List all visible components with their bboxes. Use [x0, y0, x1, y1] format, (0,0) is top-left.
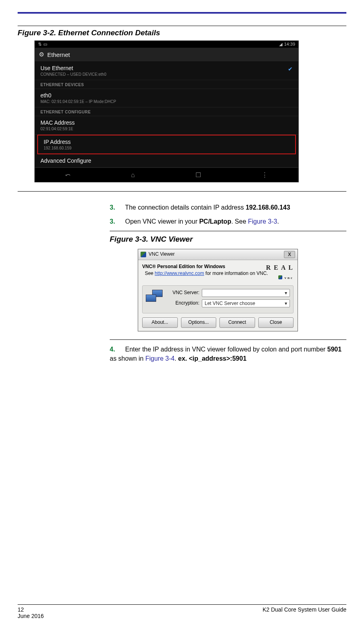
- vnc-titlebar: VNC Viewer X: [138, 249, 298, 260]
- figure-3-3-link[interactable]: Figure 3-3: [248, 218, 277, 225]
- page-number: 12: [18, 606, 44, 613]
- step-4-b1: 5901: [327, 346, 342, 353]
- vnc-viewer-window: VNC Viewer X VNC® Personal Edition for W…: [138, 249, 298, 331]
- page-footer: 12 June 2016 K2 Dual Core System User Gu…: [18, 604, 346, 619]
- step-4: 4. Enter the IP address in VNC viewer fo…: [110, 345, 346, 363]
- figure-3-3-rule-bottom: [110, 339, 346, 340]
- encryption-label: Encryption:: [167, 300, 199, 307]
- figure-3-3-rule-top: [110, 231, 346, 231]
- use-ethernet-row[interactable]: Use Ethernet CONNECTED – USED DEVICE:eth…: [35, 62, 298, 80]
- android-status-bar: ⇅▭ ◢14:39: [35, 41, 298, 48]
- vnc-window-title: VNC Viewer: [149, 251, 175, 258]
- status-left-icons: ⇅▭: [38, 42, 49, 47]
- step-3a: 3. The connection details contain IP add…: [110, 203, 346, 212]
- ip-title: IP Address: [44, 139, 290, 145]
- step-4-t1: Enter the IP address in VNC viewer follo…: [125, 346, 327, 353]
- step-3a-num: 3.: [110, 203, 123, 212]
- step-3b: 3. Open VNC viewer in your PC/Laptop. Se…: [110, 217, 346, 226]
- advanced-row[interactable]: Advanced Configure: [35, 154, 298, 168]
- monitors-icon: [146, 289, 163, 303]
- footer-guide-title: K2 Dual Core System User Guide: [263, 606, 346, 619]
- vnc-server-label: VNC Server:: [167, 289, 199, 296]
- nav-menu-icon[interactable]: ⋮: [261, 171, 268, 179]
- sim-icon: ▭: [43, 42, 47, 46]
- close-button-bottom[interactable]: Close: [258, 317, 294, 328]
- step-3b-bold: PC/Laptop: [199, 218, 231, 225]
- advanced-title: Advanced Configure: [40, 158, 293, 164]
- step-3a-ip: 192.168.60.143: [245, 204, 290, 211]
- vnc-server-input[interactable]: ▾: [202, 289, 290, 297]
- encryption-row: Encryption: Let VNC Server choose▾: [167, 299, 290, 307]
- android-navbar: ⤺ ⌂ ☐ ⋮: [35, 168, 298, 182]
- figure-3-2-caption: Figure 3-2. Ethernet Connection Details: [18, 28, 346, 37]
- figure-rule-bottom: [18, 191, 346, 192]
- footer-rule: [18, 604, 346, 605]
- options-button[interactable]: Options...: [181, 317, 217, 328]
- real-sub: vnc: [285, 276, 294, 280]
- ip-row[interactable]: IP Address 192.168.60.159: [37, 135, 296, 154]
- eth0-title: eth0: [40, 92, 293, 99]
- use-ethernet-title: Use Ethernet: [40, 65, 293, 71]
- eth0-row[interactable]: eth0 MAC: 02:91:04:02:59:1E – IP Mode:DH…: [35, 89, 298, 107]
- ethernet-screenshot: ⇅▭ ◢14:39 ⚙ Ethernet Use Ethernet CONNEC…: [34, 40, 299, 182]
- encryption-value: Let VNC Server choose: [205, 300, 255, 307]
- step-3a-text: The connection details contain IP addres…: [125, 204, 245, 211]
- step-3b-prefix: Open VNC viewer in your: [125, 218, 199, 225]
- chevron-down-icon: ▾: [285, 300, 287, 307]
- mac-title: MAC Address: [40, 119, 293, 126]
- figure-rule-top: [18, 26, 346, 26]
- vnc-pe-see: See: [145, 271, 155, 276]
- status-right-icons: ◢14:39: [278, 42, 295, 47]
- step-3b-suffix: .: [277, 218, 279, 225]
- about-button[interactable]: About...: [142, 317, 178, 328]
- figure-3-4-link[interactable]: Figure 3-4: [145, 355, 175, 362]
- vnc-logo-icon: [141, 252, 146, 257]
- top-rule: [18, 12, 346, 14]
- mac-sub: 02:91:04:02:59:1E: [40, 127, 293, 131]
- close-button[interactable]: X: [284, 251, 295, 258]
- vnc-pe-tail: for more information on VNC.: [204, 271, 268, 276]
- step-3b-num: 3.: [110, 217, 123, 226]
- eth0-sub: MAC: 02:91:04:02:59:1E – IP Mode:DHCP: [40, 99, 293, 104]
- gear-icon: ⚙: [39, 51, 44, 58]
- nav-home-icon[interactable]: ⌂: [131, 172, 135, 179]
- ethernet-header-title: Ethernet: [47, 51, 70, 58]
- step-4-num: 4.: [110, 345, 123, 354]
- ip-sub: 192.168.60.159: [44, 146, 290, 150]
- footer-date: June 2016: [18, 613, 44, 619]
- nav-recent-icon[interactable]: ☐: [195, 171, 201, 179]
- section-devices: ETHERNET DEVICES: [35, 80, 298, 89]
- step-4-t2: as shown in: [110, 355, 145, 362]
- step-3b-mid: . See: [231, 218, 248, 225]
- wifi-icon: ⇅: [38, 42, 42, 46]
- encryption-select[interactable]: Let VNC Server choose▾: [202, 299, 290, 307]
- mac-row[interactable]: MAC Address 02:91:04:02:59:1E: [35, 116, 298, 135]
- vnc-fields-panel: VNC Server: ▾ Encryption: Let VNC Server…: [142, 285, 294, 313]
- step-4-t3: .: [175, 355, 178, 362]
- check-icon: ✔: [288, 66, 293, 72]
- vnc-server-row: VNC Server: ▾: [167, 289, 290, 297]
- real-top: R E A L: [266, 264, 294, 271]
- ethernet-header: ⚙ Ethernet: [35, 48, 298, 62]
- figure-3-3-caption: Figure 3-3. VNC Viewer: [110, 234, 346, 245]
- step-4-b2: ex. <ip_address>:5901: [178, 355, 247, 362]
- section-configure: ETHERNET CONFIGURE: [35, 107, 298, 116]
- vnc-logo-small-icon: [278, 275, 282, 279]
- chevron-down-icon: ▾: [285, 290, 287, 296]
- signal-icon: ◢: [279, 42, 282, 46]
- clock-text: 14:39: [284, 42, 295, 46]
- vnc-pe-head: VNC® Personal Edition for Windows: [142, 264, 225, 269]
- use-ethernet-sub: CONNECTED – USED DEVICE:eth0: [40, 72, 293, 77]
- connect-button[interactable]: Connect: [219, 317, 255, 328]
- nav-back-icon[interactable]: ⤺: [65, 171, 70, 179]
- realvnc-link[interactable]: http://www.realvnc.com: [155, 271, 204, 276]
